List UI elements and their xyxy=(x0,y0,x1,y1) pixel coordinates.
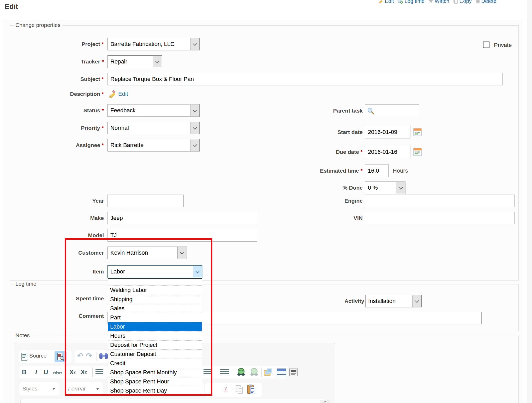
make-input[interactable]: Jeep xyxy=(107,212,257,224)
vin-input[interactable] xyxy=(365,212,515,224)
project-select[interactable]: Barrette Fabrication, LLC xyxy=(107,38,200,50)
strikethrough-button[interactable]: abc xyxy=(53,370,62,376)
due-date-input[interactable]: 2016-01-16 xyxy=(365,146,410,158)
copy-pages-icon[interactable] xyxy=(235,385,243,394)
bold-button[interactable]: B xyxy=(22,369,26,376)
assignee-select[interactable]: Rick Barrette xyxy=(107,139,200,151)
copy-icon xyxy=(453,0,458,4)
cut-icon[interactable]: ✂ xyxy=(222,386,230,392)
start-date-input[interactable]: 2016-01-09 xyxy=(365,126,410,138)
chevron-down-icon xyxy=(153,56,162,67)
tracker-select[interactable]: Repair xyxy=(107,55,162,68)
start-date-label: Start date xyxy=(261,129,363,136)
activity-select[interactable]: Installation xyxy=(365,295,422,307)
clock-plus-icon xyxy=(397,0,403,4)
underline-button[interactable]: U xyxy=(44,369,48,376)
text-block-icon[interactable] xyxy=(289,368,298,377)
vin-label: VIN xyxy=(261,215,363,221)
chevron-down-icon xyxy=(190,139,199,151)
estimated-time-input[interactable]: 16.0 xyxy=(365,165,389,177)
toolbar-collapse-button[interactable]: ^ xyxy=(320,400,330,403)
chevron-down-icon xyxy=(190,38,199,50)
paste-icon[interactable] xyxy=(247,384,255,394)
percent-done-select[interactable]: 0 % xyxy=(365,182,405,194)
estimated-time-label: Estimated time* xyxy=(261,167,363,174)
template-doc-icon xyxy=(57,353,64,361)
calendar-icon[interactable] xyxy=(413,128,422,137)
chevron-down-icon xyxy=(190,122,199,134)
pencil-icon xyxy=(108,90,117,99)
priority-label: Priority* xyxy=(16,125,104,131)
model-label: Model xyxy=(16,232,104,239)
source-button[interactable]: Source xyxy=(29,353,47,359)
hours-unit-label: Hours xyxy=(393,167,408,174)
notes-legend: Notes xyxy=(14,332,32,338)
due-date-label: Due date* xyxy=(261,149,363,155)
scrollbar-track[interactable] xyxy=(528,0,532,403)
log-time-link[interactable]: Log time xyxy=(397,0,425,4)
chevron-down-icon xyxy=(412,295,421,307)
watch-link[interactable]: ★ Watch xyxy=(428,0,449,4)
year-input[interactable] xyxy=(107,195,184,207)
subject-label: Subject* xyxy=(16,76,104,83)
engine-input[interactable] xyxy=(365,195,515,207)
parent-task-label: Parent task xyxy=(261,107,363,114)
copy-link[interactable]: Copy xyxy=(453,0,472,4)
make-label: Make xyxy=(16,215,104,221)
calendar-icon[interactable] xyxy=(413,148,422,157)
description-edit-link[interactable]: Edit xyxy=(118,91,128,97)
search-icon xyxy=(367,107,374,116)
context-toolbar: Edit Log time ★ Watch Copy Delete xyxy=(378,0,496,5)
activity-label: Activity xyxy=(262,298,364,305)
chevron-down-icon xyxy=(52,388,55,390)
description-label: Description* xyxy=(16,91,104,97)
italic-button[interactable]: I xyxy=(35,369,37,376)
subject-input[interactable]: Replace Torque Box & Floor Pan xyxy=(107,73,503,85)
image-icon[interactable] xyxy=(264,368,273,377)
log-time-legend: Log time xyxy=(14,281,38,287)
change-properties-legend: Change properties xyxy=(14,22,62,28)
priority-select[interactable]: Normal xyxy=(107,122,200,134)
trash-icon xyxy=(475,0,480,4)
star-icon: ★ xyxy=(428,0,433,4)
private-checkbox[interactable] xyxy=(483,42,489,48)
private-label: Private xyxy=(494,42,512,49)
year-label: Year xyxy=(16,197,104,204)
chevron-down-icon xyxy=(190,105,199,116)
status-select[interactable]: Feedback xyxy=(107,104,200,117)
percent-done-label: % Done xyxy=(261,184,363,191)
chevron-down-icon xyxy=(396,182,405,194)
assignee-label: Assignee* xyxy=(16,142,104,149)
table-icon[interactable] xyxy=(277,368,286,377)
source-doc-icon xyxy=(21,353,28,361)
delete-link[interactable]: Delete xyxy=(475,0,497,4)
styles-dropdown[interactable]: Styles xyxy=(19,382,59,395)
page-title: Edit xyxy=(5,3,18,11)
notes-content-area[interactable] xyxy=(20,399,326,403)
justify-icon[interactable] xyxy=(220,369,229,375)
annotation-highlight-rectangle xyxy=(65,238,212,396)
status-label: Status* xyxy=(16,107,104,114)
pencil-icon xyxy=(378,0,384,4)
unlink-icon[interactable] xyxy=(249,368,259,377)
tracker-label: Tracker* xyxy=(16,58,104,65)
edit-link[interactable]: Edit xyxy=(378,0,394,4)
project-label: Project* xyxy=(16,41,104,48)
issue-edit-page: Edit Log time ★ Watch Copy Delete Edit C… xyxy=(0,0,532,403)
link-icon[interactable] xyxy=(236,368,246,377)
engine-label: Engine xyxy=(261,197,363,204)
